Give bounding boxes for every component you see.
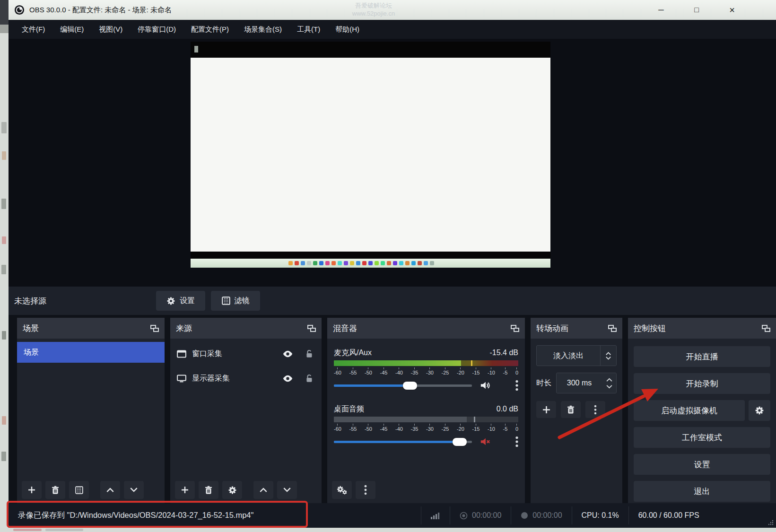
menu-item[interactable]: 编辑(E) (52, 20, 91, 39)
source-properties-button[interactable] (222, 481, 242, 499)
background-window-strip (0, 0, 9, 532)
taskbar-app-icon (375, 261, 379, 265)
remove-source-button[interactable] (199, 481, 218, 499)
source-properties-bar: 未选择源 设置 (9, 287, 776, 315)
remove-transition-button[interactable] (561, 401, 581, 418)
resize-grip[interactable] (768, 520, 774, 525)
add-source-button[interactable] (175, 481, 195, 499)
status-bar: 录像已保存到 "D:/Windows/Videos/OBS/2024-03-27… (9, 503, 776, 528)
taskbar-app-icon (307, 261, 311, 265)
trash-icon (204, 486, 213, 495)
start-recording-button[interactable]: 开始录制 (634, 373, 770, 394)
scenes-toolbar (17, 479, 165, 501)
remove-scene-button[interactable] (45, 481, 65, 499)
channel-name: 麦克风/Aux (334, 348, 372, 358)
visibility-eye-icon[interactable] (282, 375, 293, 382)
lock-icon[interactable] (305, 349, 313, 358)
taskbar-app-icon (411, 261, 416, 265)
menu-item[interactable]: 停靠窗口(D) (130, 20, 183, 39)
taskbar-app-icon (313, 261, 317, 265)
advanced-audio-button[interactable] (332, 481, 352, 499)
gear-icon (755, 406, 764, 415)
move-scene-up-button[interactable] (100, 481, 120, 499)
captured-window-icon (194, 46, 198, 52)
channel-level: 0.0 dB (497, 405, 518, 413)
popout-icon[interactable] (307, 325, 316, 332)
transition-menu-dots-button[interactable] (585, 401, 605, 418)
duration-spinner[interactable]: 300 ms (556, 373, 617, 393)
speaker-icon[interactable] (480, 380, 491, 391)
double-gear-icon (337, 486, 347, 495)
move-source-up-button[interactable] (253, 481, 273, 499)
source-filters-button[interactable]: 滤镜 (211, 291, 260, 311)
add-transition-button[interactable] (536, 401, 556, 418)
taskbar-app-icon (344, 261, 348, 265)
sources-header: 来源 (170, 318, 322, 339)
channel-menu-dots-icon[interactable] (515, 436, 518, 447)
muted-speaker-icon[interactable] (480, 436, 491, 447)
close-button[interactable]: × (723, 0, 741, 20)
mixer-panel: 混音器 麦克风/Aux -15.4 dB -60-55-50-45-40-35-… (327, 318, 525, 503)
volume-slider[interactable] (334, 441, 472, 443)
live-icon (460, 512, 468, 520)
start-virtual-camera-button[interactable]: 启动虚拟摄像机 (634, 400, 745, 421)
captured-black-bar (191, 42, 550, 58)
popout-icon[interactable] (511, 325, 519, 332)
add-scene-button[interactable] (22, 481, 42, 499)
taskbar-app-icon (295, 261, 299, 265)
menu-bar: 文件(F)编辑(E)视图(V)停靠窗口(D)配置文件(P)场景集合(S)工具(T… (9, 20, 776, 39)
popout-icon[interactable] (150, 325, 159, 332)
source-settings-button[interactable]: 设置 (156, 291, 205, 311)
background-bottom-strip (0, 528, 776, 532)
menu-item[interactable]: 文件(F) (14, 20, 52, 39)
move-scene-down-button[interactable] (124, 481, 144, 499)
scene-filters-button[interactable] (69, 481, 89, 499)
volume-slider-handle[interactable] (403, 382, 417, 390)
mixer-toolbar (327, 479, 525, 501)
display-capture-icon (177, 375, 186, 383)
status-stats: 00:00:00 00:00:00 CPU: 0.1% 60.00 / 60.0… (421, 503, 709, 528)
move-source-down-button[interactable] (277, 481, 297, 499)
minimize-button[interactable]: ─ (652, 0, 671, 20)
virtual-camera-config-button[interactable] (749, 400, 770, 421)
combo-arrows-icon (600, 346, 616, 366)
visibility-eye-icon[interactable] (282, 350, 293, 358)
taskbar-app-icon (325, 261, 330, 265)
record-icon (521, 512, 528, 519)
menu-item[interactable]: 视图(V) (91, 20, 130, 39)
exit-button[interactable]: 退出 (634, 481, 770, 502)
menu-item[interactable]: 配置文件(P) (183, 20, 236, 39)
popout-icon[interactable] (608, 325, 617, 332)
taskbar-app-icon (301, 261, 305, 265)
settings-button[interactable]: 设置 (634, 454, 770, 475)
taskbar-app-icon (405, 261, 410, 265)
taskbar-app-icon (288, 261, 293, 265)
taskbar-app-icon (381, 261, 385, 265)
mixer-menu-dots-button[interactable] (356, 481, 375, 499)
channel-menu-dots-icon[interactable] (515, 380, 518, 391)
volume-slider[interactable] (334, 384, 472, 387)
mixer-header: 混音器 (327, 318, 525, 339)
taskbar-app-icon (338, 261, 342, 265)
menu-item[interactable]: 场景集合(S) (236, 20, 289, 39)
source-row-window-capture[interactable]: 窗口采集 (170, 344, 322, 363)
preview-canvas[interactable] (191, 42, 550, 268)
captured-black-bar-bottom (191, 252, 550, 259)
maximize-button[interactable]: □ (687, 0, 706, 20)
channel-name: 桌面音频 (334, 404, 364, 414)
start-streaming-button[interactable]: 开始直播 (634, 346, 770, 367)
menu-item[interactable]: 帮助(H) (328, 20, 367, 39)
studio-mode-button[interactable]: 工作室模式 (634, 427, 770, 448)
source-row-display-capture[interactable]: 显示器采集 (170, 369, 322, 388)
obs-window: OBS 30.0.0 - 配置文件: 未命名 - 场景: 未命名 吾爱破解论坛 … (9, 0, 776, 528)
menu-item[interactable]: 工具(T) (289, 20, 328, 39)
popout-icon[interactable] (762, 325, 770, 332)
lock-icon[interactable] (305, 374, 313, 383)
volume-slider-handle[interactable] (453, 438, 467, 446)
meter-scale: -60-55-50-45-40-35-30-25-20-15-10-50 (334, 424, 518, 432)
taskbar-app-icon (399, 261, 403, 265)
sources-panel: 来源 窗口采集 显 (170, 318, 322, 503)
scene-list-item-selected[interactable]: 场景 (17, 342, 165, 363)
spin-up-icon (606, 378, 612, 382)
transition-select[interactable]: 淡入淡出 (536, 345, 617, 366)
